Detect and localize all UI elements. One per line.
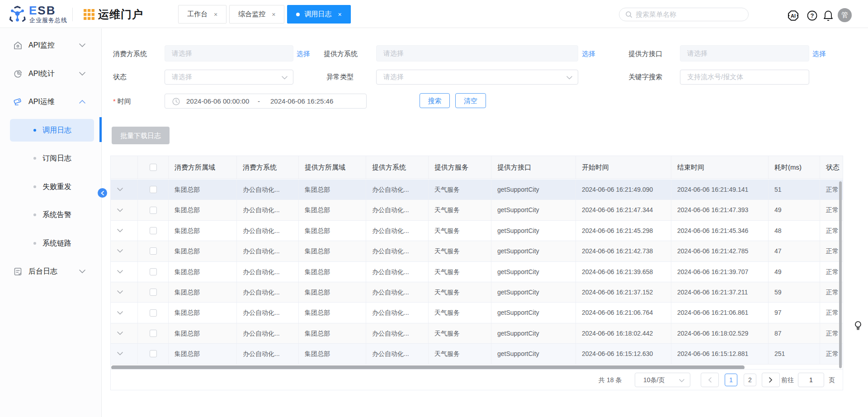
sidebar-item-api-ops[interactable]: API运维 [0, 90, 102, 113]
provider-system-input[interactable]: 请选择 [376, 45, 578, 62]
time-range-picker[interactable]: 2024-06-06 00:00:00 - 2024-06-06 16:25:4… [165, 94, 367, 109]
table-row: 集团总部办公自动化...集团总部办公自动化...天气服务getSupportCi… [111, 282, 843, 303]
keyword-input[interactable]: 支持流水号/报文体 [680, 70, 809, 85]
sidebar-subitem-system-alert[interactable]: 系统告警 [10, 204, 94, 226]
exception-type-select[interactable]: 请选择 [376, 70, 578, 85]
log-table: 消费方所属域 消费方系统 提供方所属域 提供方系统 提供方服务 提供方接口 开始… [110, 156, 843, 390]
column-header: 结束时间 [671, 156, 769, 179]
next-page-button[interactable] [762, 373, 780, 387]
tab-label: 综合监控 [238, 10, 265, 19]
row-checkbox[interactable] [150, 330, 157, 337]
cell-provider-system: 办公自动化... [366, 262, 429, 282]
provider-system-pick-link[interactable]: 选择 [582, 50, 595, 58]
clear-button[interactable]: 清空 [455, 93, 486, 108]
column-header: 消费方系统 [237, 156, 299, 179]
expand-row-icon[interactable] [117, 290, 123, 294]
tab-workbench[interactable]: 工作台 × [178, 5, 226, 24]
expand-row-icon[interactable] [117, 229, 123, 232]
page-number-1[interactable]: 1 [725, 374, 737, 386]
row-checkbox[interactable] [150, 350, 157, 357]
vertical-scrollbar[interactable] [839, 181, 842, 368]
tab-monitoring[interactable]: 综合监控 × [229, 5, 284, 24]
search-button[interactable]: 搜索 [420, 93, 450, 108]
tab-close-icon[interactable]: × [214, 11, 217, 18]
status-select[interactable]: 请选择 [165, 70, 293, 85]
filter-label-consumer-system: 消费方系统 [113, 50, 147, 58]
sidebar-subitem-retry[interactable]: 失败重发 [10, 175, 94, 198]
page-number-2[interactable]: 2 [744, 374, 756, 386]
cell-provider-service: 天气服务 [429, 262, 491, 282]
sidebar-item-label: API运维 [28, 97, 55, 107]
sidebar-subitem-label: 系统链路 [42, 239, 71, 248]
expand-row-icon[interactable] [117, 188, 123, 191]
ai-assistant-icon[interactable]: AI [787, 9, 799, 22]
total-count: 共 18 条 [599, 370, 622, 390]
cell-provider-api: getSupportCity [491, 200, 576, 220]
goto-page-input[interactable]: 1 [798, 373, 824, 387]
home-monitor-icon [14, 41, 22, 50]
sidebar-subitem-call-log[interactable]: 调用日志 [10, 119, 94, 142]
expand-row-icon[interactable] [117, 311, 123, 315]
page-size-value: 10条/页 [643, 376, 665, 384]
row-checkbox[interactable] [150, 186, 157, 193]
sidebar-item-api-stats[interactable]: API统计 [0, 62, 102, 85]
time-range-start: 2024-06-06 00:00:00 [186, 97, 249, 105]
prev-page-button[interactable] [701, 373, 719, 387]
document-icon [14, 267, 22, 276]
row-checkbox[interactable] [150, 227, 157, 234]
time-range-end: 2024-06-06 16:25:46 [270, 97, 333, 105]
select-placeholder: 请选择 [165, 73, 192, 81]
chevron-left-icon [101, 191, 104, 195]
tab-close-icon[interactable]: × [338, 11, 341, 18]
cell-start-time: 2024-06-06 16:15:12.630 [576, 344, 671, 364]
menu-search-input[interactable]: 搜索菜单名称 [619, 8, 749, 21]
checkbox-cell [138, 221, 169, 241]
expand-row-icon[interactable] [117, 208, 123, 212]
help-icon[interactable]: ? [807, 10, 817, 21]
pie-chart-icon [14, 70, 22, 78]
tab-close-icon[interactable]: × [272, 11, 275, 18]
open-page-tabs: 工作台 × 综合监控 × 调用日志 × [178, 5, 351, 24]
cell-start-time: 2024-06-06 16:18:02.442 [576, 323, 671, 343]
cell-provider-system: 办公自动化... [366, 303, 429, 322]
row-checkbox[interactable] [150, 247, 157, 255]
expand-row-icon[interactable] [117, 332, 123, 335]
cell-provider-domain: 集团总部 [299, 241, 366, 261]
provider-api-input[interactable]: 请选择 [680, 45, 809, 62]
tab-call-log[interactable]: 调用日志 × [287, 5, 350, 24]
sidebar-item-api-monitor[interactable]: API监控 [0, 34, 102, 57]
tab-label: 调用日志 [304, 10, 331, 19]
user-avatar[interactable]: 管 [838, 8, 852, 22]
filter-label-time: *时间 [113, 97, 131, 106]
row-checkbox[interactable] [150, 207, 157, 214]
consumer-system-pick-link[interactable]: 选择 [297, 50, 310, 58]
sidebar-subitem-system-link[interactable]: 系统链路 [10, 232, 94, 255]
expand-row-icon[interactable] [117, 270, 123, 274]
select-all-checkbox[interactable] [150, 164, 157, 171]
cell-provider-service: 天气服务 [429, 200, 491, 220]
provider-api-pick-link[interactable]: 选择 [812, 50, 826, 58]
sidebar-item-backend-log[interactable]: 后台日志 [0, 260, 102, 283]
row-checkbox[interactable] [150, 309, 157, 317]
lightbulb-icon[interactable] [854, 321, 862, 330]
sidebar-collapse-button[interactable] [98, 188, 107, 198]
row-checkbox[interactable] [150, 289, 157, 296]
sidebar-subitem-subscribe-log[interactable]: 订阅日志 [10, 147, 94, 170]
cell-consumer-system: 办公自动化... [237, 180, 299, 199]
expand-row-icon[interactable] [117, 352, 123, 355]
cell-provider-domain: 集团总部 [299, 323, 366, 343]
expand-row-icon[interactable] [117, 249, 123, 253]
sidebar-subitem-label: 系统告警 [42, 210, 71, 220]
svg-text:?: ? [811, 12, 814, 19]
filter-label-provider-api: 提供方接口 [628, 50, 662, 58]
cell-duration: 48 [769, 221, 820, 241]
sidebar-item-label: 后台日志 [28, 267, 57, 276]
batch-download-button[interactable]: 批量下载日志 [112, 127, 170, 144]
notifications-bell-icon[interactable] [823, 10, 834, 21]
row-checkbox[interactable] [150, 268, 157, 275]
cell-consumer-system: 办公自动化... [237, 241, 299, 261]
consumer-system-input[interactable]: 请选择 [165, 45, 293, 62]
filter-label-keyword: 关键字搜索 [628, 73, 662, 81]
chevron-down-icon [79, 72, 85, 76]
page-size-select[interactable]: 10条/页 [635, 373, 690, 387]
